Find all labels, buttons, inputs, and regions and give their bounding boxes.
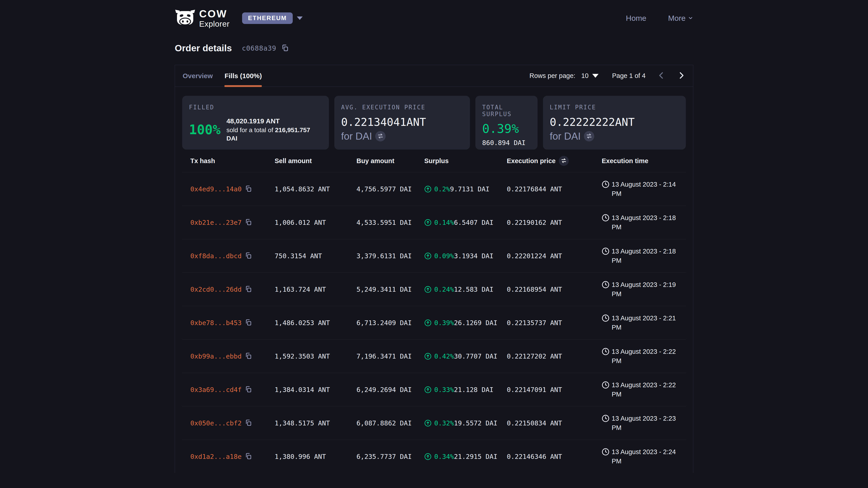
tx-hash-link[interactable]: 0x2cd0...26dd	[190, 286, 242, 293]
sell-amount: 1,054.8632 ANT	[275, 185, 356, 193]
sell-amount: 1,006.012 ANT	[275, 219, 356, 226]
copy-icon	[245, 285, 252, 293]
clock-icon	[602, 214, 610, 223]
clock-icon	[602, 248, 610, 257]
tab-bar: Overview Fills (100%) Rows per page: 10 …	[175, 65, 693, 87]
col-buy-amount: Buy amount	[356, 157, 424, 165]
surplus-value: 0.24%12.583 DAI	[434, 286, 493, 293]
limit-price-label: LIMIT PRICE	[550, 104, 596, 111]
copy-icon	[245, 185, 252, 193]
sell-amount: 1,384.0314 ANT	[275, 386, 356, 394]
swap-arrows-icon	[561, 158, 567, 164]
surplus-value: 0.32%19.5572 DAI	[434, 419, 497, 427]
filled-percent: 100%	[189, 122, 221, 137]
clock-icon	[602, 448, 610, 457]
buy-amount: 5,249.3411 DAI	[356, 286, 424, 293]
surplus-value: 0.39%26.1269 DAI	[434, 319, 497, 327]
tx-hash-link[interactable]: 0xb21e...23e7	[190, 219, 242, 226]
buy-amount: 4,533.5951 DAI	[356, 219, 424, 226]
col-execution-price: Execution price	[507, 156, 602, 166]
network-caret-down-icon[interactable]	[297, 17, 303, 20]
chevron-left-icon	[657, 71, 665, 80]
tab-overview[interactable]: Overview	[183, 65, 213, 87]
clock-icon	[602, 181, 610, 190]
chevron-down-icon	[688, 14, 693, 23]
order-hash: c0688a39	[242, 44, 276, 52]
surplus-value: 0.42%30.7707 DAI	[434, 352, 497, 360]
copy-tx-hash-button[interactable]	[245, 285, 252, 293]
surplus-up-arrow-icon	[424, 319, 432, 326]
next-page-button[interactable]	[677, 71, 685, 80]
execution-price: 0.22150834 ANT	[507, 419, 602, 427]
copy-icon	[245, 453, 252, 460]
tab-fills[interactable]: Fills (100%)	[224, 65, 262, 87]
avg-execution-price-card: AVG. EXECUTION PRICE 0.22134041ANT for D…	[334, 96, 470, 150]
sell-amount: 750.3154 ANT	[275, 252, 356, 260]
table-row: 0xbe78...b453 1,486.0253 ANT 6,713.2409 …	[182, 306, 686, 339]
tx-hash-link[interactable]: 0x050e...cbf2	[190, 419, 242, 427]
rows-per-page-select[interactable]: 10	[581, 72, 598, 79]
invert-limit-price-button[interactable]	[584, 131, 594, 141]
copy-icon	[245, 419, 252, 427]
copy-icon	[281, 44, 289, 53]
toggle-price-unit-button[interactable]	[559, 156, 569, 166]
network-selector-badge[interactable]: ETHEREUM	[242, 12, 293, 24]
select-caret-down-icon	[592, 74, 598, 78]
copy-tx-hash-button[interactable]	[245, 185, 252, 193]
table-row: 0xd1a2...a18e 1,380.996 ANT 6,235.7737 D…	[182, 440, 686, 473]
buy-amount: 3,379.6131 DAI	[356, 252, 424, 260]
avg-price-label: AVG. EXECUTION PRICE	[341, 104, 426, 111]
tx-hash-link[interactable]: 0xf8da...dbcd	[190, 252, 242, 260]
stat-cards: FILLED 100% 48,020.1919 ANT sold for a t…	[182, 96, 686, 150]
limit-price-value: 0.22222222ANT	[550, 116, 679, 128]
sell-amount: 1,163.724 ANT	[275, 286, 356, 293]
surplus-amount: 860.894 DAI	[482, 139, 531, 147]
tx-hash-link[interactable]: 0xd1a2...a18e	[190, 453, 242, 460]
order-details-panel: Overview Fills (100%) Rows per page: 10 …	[175, 65, 693, 473]
sell-amount: 1,486.0253 ANT	[275, 319, 356, 327]
sell-amount: 1,380.996 ANT	[275, 453, 356, 460]
nav-more-link[interactable]: More	[668, 14, 693, 23]
execution-time: 13 August 2023 - 2:14 PM	[602, 180, 681, 198]
copy-tx-hash-button[interactable]	[245, 419, 252, 427]
nav-home-link[interactable]: Home	[626, 14, 647, 23]
copy-order-hash-button[interactable]	[281, 44, 289, 53]
execution-time: 13 August 2023 - 2:19 PM	[602, 280, 681, 298]
surplus-label: TOTAL SURPLUS	[482, 104, 512, 118]
clock-icon	[602, 281, 610, 290]
copy-tx-hash-button[interactable]	[245, 219, 252, 226]
invert-price-button[interactable]	[375, 131, 385, 141]
main-nav: Home More	[626, 14, 693, 23]
clock-icon	[602, 314, 610, 324]
execution-time: 13 August 2023 - 2:22 PM	[602, 381, 681, 399]
swap-arrows-icon	[377, 133, 383, 140]
table-header-row: Tx hash Sell amount Buy amount Surplus E…	[182, 150, 686, 172]
table-row: 0xb99a...ebbd 1,592.3503 ANT 7,196.3471 …	[182, 339, 686, 373]
chevron-right-icon	[677, 71, 685, 80]
copy-tx-hash-button[interactable]	[245, 252, 252, 260]
surplus-value: 0.33%21.128 DAI	[434, 386, 493, 394]
buy-amount: 7,196.3471 DAI	[356, 352, 424, 360]
total-surplus-card: TOTAL SURPLUS 0.39% 860.894 DAI	[475, 96, 537, 150]
page-indicator: Page 1 of 4	[612, 72, 646, 79]
tx-hash-link[interactable]: 0xbe78...b453	[190, 319, 242, 327]
limit-price-card: LIMIT PRICE 0.22222222ANT for DAI	[543, 96, 686, 150]
filled-label: FILLED	[189, 104, 322, 111]
copy-tx-hash-button[interactable]	[245, 319, 252, 327]
surplus-up-arrow-icon	[424, 386, 432, 393]
sell-amount: 1,348.5175 ANT	[275, 419, 356, 427]
copy-tx-hash-button[interactable]	[245, 352, 252, 360]
tx-hash-link[interactable]: 0xb99a...ebbd	[190, 352, 242, 360]
copy-tx-hash-button[interactable]	[245, 386, 252, 394]
tx-hash-link[interactable]: 0x3a69...cd4f	[190, 386, 242, 394]
table-row: 0x3a69...cd4f 1,384.0314 ANT 6,249.2694 …	[182, 373, 686, 406]
buy-amount: 6,235.7737 DAI	[356, 453, 424, 460]
previous-page-button[interactable]	[657, 71, 665, 80]
tx-hash-link[interactable]: 0x4ed9...14a0	[190, 185, 242, 193]
copy-tx-hash-button[interactable]	[245, 453, 252, 460]
execution-time: 13 August 2023 - 2:24 PM	[602, 447, 681, 466]
avg-price-value: 0.22134041ANT	[341, 116, 463, 128]
clock-icon	[602, 381, 610, 390]
surplus-up-arrow-icon	[424, 420, 432, 427]
cow-explorer-logo[interactable]: COW Explorer	[175, 8, 229, 28]
